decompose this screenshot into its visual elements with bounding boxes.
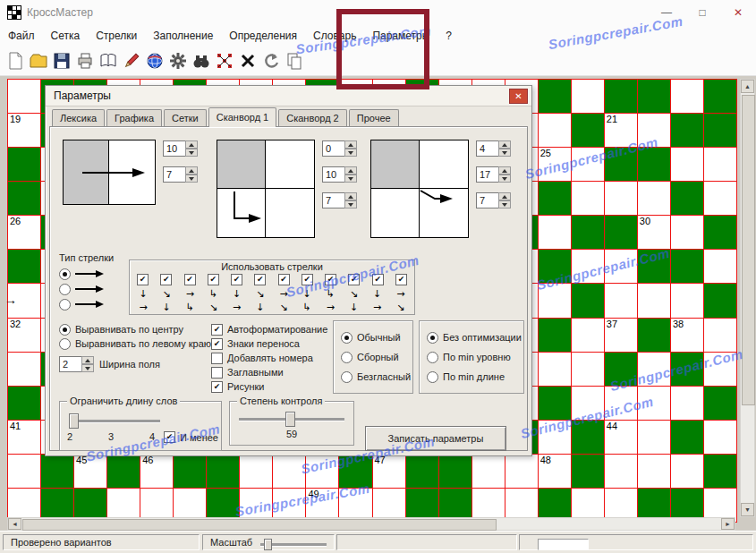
preview-1-spinner-2-down-button[interactable]: [185, 174, 198, 183]
grid-cell[interactable]: [605, 250, 637, 283]
and-less-row[interactable]: ✔ И менее: [164, 431, 218, 443]
grid-cell[interactable]: [638, 455, 670, 488]
preview-2-spinner-3-value[interactable]: 7: [322, 192, 344, 208]
toolbar-globe[interactable]: [144, 50, 166, 72]
arrow-type-option-3[interactable]: [59, 297, 104, 311]
grid-cell[interactable]: [704, 80, 736, 113]
tab-6[interactable]: Прочее: [349, 109, 399, 126]
grid-cell[interactable]: [638, 114, 670, 147]
grid-cell[interactable]: 41: [8, 421, 40, 454]
menu-item-4[interactable]: Заполнение: [145, 25, 221, 42]
grid-cell[interactable]: [505, 455, 538, 488]
radio-button[interactable]: [341, 332, 353, 344]
grid-cell[interactable]: [539, 216, 571, 249]
preview-3-spinner-2-up-button[interactable]: [498, 166, 511, 174]
format-check-1[interactable]: ✔Автоформатирование: [211, 322, 327, 336]
grid-cell[interactable]: [605, 148, 637, 181]
radio-button[interactable]: [59, 324, 71, 336]
field-width-spinner-up-button[interactable]: [81, 356, 94, 364]
toolbar-dictionary[interactable]: [98, 50, 119, 72]
preview-3-spinner-2-value[interactable]: 17: [476, 166, 498, 183]
grid-cell[interactable]: [704, 421, 736, 454]
grid-cell[interactable]: [671, 455, 703, 488]
toolbar-save[interactable]: [51, 50, 72, 72]
grid-cell[interactable]: [572, 353, 604, 386]
grid-cell[interactable]: [41, 455, 73, 488]
grid-cell[interactable]: [273, 455, 305, 488]
scroll-left-button[interactable]: ◄: [8, 518, 21, 530]
grid-cell[interactable]: [671, 353, 703, 386]
preview-2-spinner-1-value[interactable]: 0: [322, 140, 344, 157]
toolbar-search-binoculars[interactable]: [191, 50, 212, 72]
grid-cell[interactable]: [539, 319, 571, 352]
grid-cell[interactable]: [306, 455, 338, 488]
grid-cell[interactable]: [572, 80, 604, 113]
checkbox[interactable]: [211, 367, 223, 379]
grid-cell[interactable]: [539, 80, 571, 113]
grid-cell[interactable]: 19: [8, 114, 40, 147]
preview-1-spinner-1-down-button[interactable]: [185, 149, 198, 157]
radio-button[interactable]: [59, 338, 71, 350]
preview-1-spinner-1-up-button[interactable]: [185, 140, 198, 149]
grid-cell[interactable]: [174, 455, 206, 488]
radio-button[interactable]: [427, 332, 438, 344]
vertical-scroll-thumb[interactable]: [742, 95, 755, 405]
grid-cell[interactable]: [572, 284, 604, 317]
grid-cell[interactable]: [671, 114, 703, 147]
checkbox[interactable]: [211, 353, 223, 364]
tab-2[interactable]: Графика: [106, 109, 162, 126]
preview-1-spinner-2-value[interactable]: 7: [163, 166, 185, 183]
toolbar-block-pattern[interactable]: [214, 50, 235, 72]
grid-cell[interactable]: 21: [605, 114, 637, 147]
use-arrow-checkbox-1[interactable]: ✔: [137, 274, 149, 285]
scroll-down-button[interactable]: ▼: [741, 503, 754, 516]
use-arrow-checkbox-6[interactable]: ✔: [254, 274, 266, 285]
grid-cell[interactable]: [704, 353, 736, 386]
grid-cell[interactable]: 38: [671, 319, 703, 352]
tab-3[interactable]: Сетки: [164, 109, 207, 126]
use-arrow-checkbox-5[interactable]: ✔: [231, 274, 242, 285]
grid-cell[interactable]: [572, 114, 604, 147]
preview-2-spinner-3-down-button[interactable]: [344, 200, 357, 208]
grid-cell[interactable]: [704, 455, 736, 488]
grid-cell[interactable]: 25: [539, 148, 571, 181]
use-arrow-checkbox-3[interactable]: ✔: [184, 274, 196, 285]
minimize-button[interactable]: —: [649, 0, 684, 25]
preview-3-spinner-1-up-button[interactable]: [498, 140, 511, 149]
radio-button[interactable]: [427, 371, 438, 383]
grid-cell[interactable]: [8, 250, 40, 283]
grid-cell[interactable]: [605, 455, 637, 488]
save-params-button[interactable]: Записать параметры: [365, 426, 506, 451]
arrow-type-option-1[interactable]: [59, 267, 104, 281]
format-check-5[interactable]: ✔Рисунки: [211, 379, 327, 394]
grid-cell[interactable]: [539, 284, 571, 317]
grid-cell[interactable]: [704, 148, 736, 181]
close-button[interactable]: ✕: [720, 0, 756, 25]
grid-cell[interactable]: 26: [8, 216, 40, 249]
alignment-option-1[interactable]: Выравнивать по центру: [59, 322, 211, 336]
radio-button[interactable]: [59, 299, 71, 311]
toolbar-edit-pencil[interactable]: [121, 50, 142, 72]
grid-cell[interactable]: [638, 80, 670, 113]
grid-cell[interactable]: [572, 148, 604, 181]
optimization-option-3[interactable]: По min длине: [427, 370, 522, 384]
tab-1[interactable]: Лексика: [52, 109, 105, 126]
grid-cell[interactable]: [572, 319, 604, 352]
toolbar-open-folder[interactable]: [28, 50, 49, 72]
checkbox[interactable]: ✔: [211, 338, 223, 350]
grid-cell[interactable]: [572, 182, 604, 215]
grid-cell[interactable]: [539, 114, 571, 147]
horizontal-scrollbar[interactable]: ◄ ►: [7, 517, 735, 531]
grid-cell[interactable]: [472, 455, 505, 488]
grid-cell[interactable]: [207, 455, 239, 488]
grid-cell[interactable]: [671, 80, 703, 113]
preview-3-spinner-2-down-button[interactable]: [498, 174, 511, 183]
mode-option-1[interactable]: Обычный: [341, 330, 411, 345]
and-less-checkbox[interactable]: ✔: [164, 431, 175, 443]
preview-1-spinner-1-value[interactable]: 10: [163, 140, 185, 157]
grid-cell[interactable]: [572, 455, 604, 488]
use-arrow-checkbox-8[interactable]: ✔: [302, 274, 313, 285]
radio-button[interactable]: [427, 352, 438, 363]
grid-cell[interactable]: 47: [373, 455, 405, 488]
format-check-3[interactable]: Добавлять номера: [211, 351, 327, 365]
